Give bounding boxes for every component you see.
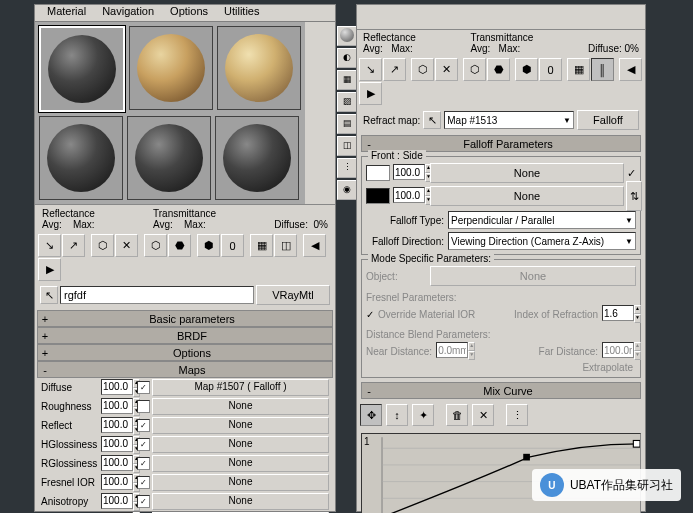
- aniso-map-slot[interactable]: None: [152, 493, 329, 510]
- override-ior-check[interactable]: ✓: [366, 309, 374, 320]
- menu-material[interactable]: Material: [39, 5, 94, 21]
- rollout-mix-curve[interactable]: -Mix Curve: [361, 382, 641, 399]
- r-endresult-button[interactable]: ║: [591, 58, 614, 81]
- reset-curve-icon[interactable]: ✕: [472, 404, 494, 426]
- make-copy-button[interactable]: ⬡: [144, 234, 167, 257]
- r-delete-button[interactable]: ✕: [435, 58, 458, 81]
- front-check[interactable]: ✓: [627, 167, 636, 180]
- tangent-icon[interactable]: ⋮: [506, 404, 528, 426]
- material-slot-6[interactable]: [215, 116, 299, 200]
- reflect-map-slot[interactable]: None: [152, 417, 329, 434]
- object-button: None: [430, 266, 636, 286]
- r-put-button[interactable]: ↗: [383, 58, 406, 81]
- side-amount[interactable]: [393, 187, 425, 203]
- falloff-type-dropdown[interactable]: Perpendicular / Parallel▼: [448, 211, 636, 229]
- material-id-channel-button[interactable]: 0: [221, 234, 244, 257]
- front-color-swatch[interactable]: [366, 165, 390, 181]
- roughness-amount[interactable]: [101, 398, 133, 414]
- preview-button[interactable]: ◫: [337, 136, 357, 156]
- reflect-amount[interactable]: [101, 417, 133, 433]
- hgloss-check[interactable]: ✓: [137, 438, 150, 451]
- diffuse-amount[interactable]: [101, 379, 133, 395]
- make-unique-button[interactable]: ⬣: [168, 234, 191, 257]
- menu-options[interactable]: Options: [162, 5, 216, 21]
- r-parent-button[interactable]: ◀: [619, 58, 642, 81]
- roughness-map-slot[interactable]: None: [152, 398, 329, 415]
- r-get-button[interactable]: ↘: [359, 58, 382, 81]
- aniso-amount[interactable]: [101, 493, 133, 509]
- far-distance: [602, 342, 634, 358]
- material-slot-4[interactable]: [39, 116, 123, 200]
- near-distance: [436, 342, 468, 358]
- rollout-options[interactable]: +Options: [37, 344, 333, 361]
- material-name-input[interactable]: [60, 286, 254, 304]
- front-amount[interactable]: [393, 164, 425, 180]
- delete-button[interactable]: ✕: [115, 234, 138, 257]
- fresnel-check[interactable]: ✓: [137, 476, 150, 489]
- roughness-check[interactable]: [137, 400, 150, 413]
- material-type-button[interactable]: VRayMtl: [256, 285, 330, 305]
- transmittance-label: Transmittance: [153, 208, 216, 219]
- put-to-scene-button[interactable]: ↗: [62, 234, 85, 257]
- rgloss-amount[interactable]: [101, 455, 133, 471]
- put-library-button[interactable]: ⬢: [197, 234, 220, 257]
- aniso-check[interactable]: ✓: [137, 495, 150, 508]
- sample-uv-button[interactable]: ▨: [337, 92, 357, 112]
- rgloss-check[interactable]: ✓: [137, 457, 150, 470]
- pick-button[interactable]: ↖: [40, 286, 58, 304]
- swap-icon[interactable]: ⇅: [626, 181, 642, 211]
- ior-value[interactable]: [602, 305, 634, 321]
- rollout-maps[interactable]: -Maps: [37, 361, 333, 378]
- menu-navigation[interactable]: Navigation: [94, 5, 162, 21]
- falloff-type-button[interactable]: Falloff: [577, 110, 639, 130]
- material-id-button[interactable]: ◉: [337, 180, 357, 200]
- fresnel-amount[interactable]: [101, 474, 133, 490]
- go-forward-button[interactable]: ▶: [38, 258, 61, 281]
- fresnel-map-slot[interactable]: None: [152, 474, 329, 491]
- sample-type-button[interactable]: [337, 26, 357, 46]
- background-button[interactable]: ▦: [337, 70, 357, 90]
- maps-content: Diffuse▲▼✓Map #1507 ( Falloff ) Roughnes…: [37, 378, 333, 513]
- options-button[interactable]: ⋮: [337, 158, 357, 178]
- r-copy-button[interactable]: ⬡: [463, 58, 486, 81]
- svg-rect-7: [523, 454, 530, 461]
- show-end-result-button[interactable]: ◫: [274, 234, 297, 257]
- side-color-swatch[interactable]: [366, 188, 390, 204]
- rgloss-map-slot[interactable]: None: [152, 455, 329, 472]
- assign-button[interactable]: ⬡: [91, 234, 114, 257]
- material-slot-5[interactable]: [127, 116, 211, 200]
- diffuse-map-slot[interactable]: Map #1507 ( Falloff ): [152, 379, 329, 396]
- video-check-button[interactable]: ▤: [337, 114, 357, 134]
- material-slot-2[interactable]: [129, 26, 213, 110]
- reflect-check[interactable]: ✓: [137, 419, 150, 432]
- rollout-basic[interactable]: +Basic parameters: [37, 310, 333, 327]
- show-map-button[interactable]: ▦: [250, 234, 273, 257]
- move-tool-icon[interactable]: ✥: [360, 404, 382, 426]
- falloff-dir-dropdown[interactable]: Viewing Direction (Camera Z-Axis)▼: [448, 232, 636, 250]
- r-showmap-button[interactable]: ▦: [567, 58, 590, 81]
- material-slot-3[interactable]: [217, 26, 301, 110]
- diffuse-check[interactable]: ✓: [137, 381, 150, 394]
- side-map-slot[interactable]: None: [430, 186, 624, 206]
- watermark-icon: U: [540, 473, 564, 497]
- go-parent-button[interactable]: ◀: [303, 234, 326, 257]
- r-assign-button[interactable]: ⬡: [411, 58, 434, 81]
- refract-map-dropdown[interactable]: Map #1513▼: [444, 111, 574, 129]
- add-point-icon[interactable]: ✦: [412, 404, 434, 426]
- r-library-button[interactable]: ⬢: [515, 58, 538, 81]
- menu-utilities[interactable]: Utilities: [216, 5, 267, 21]
- get-material-button[interactable]: ↘: [38, 234, 61, 257]
- backlight-button[interactable]: ◐: [337, 48, 357, 68]
- svg-rect-8: [633, 440, 640, 447]
- r-forward-button[interactable]: ▶: [359, 82, 382, 105]
- material-slot-1[interactable]: [39, 26, 125, 112]
- delete-point-icon[interactable]: 🗑: [446, 404, 468, 426]
- scale-tool-icon[interactable]: ↕: [386, 404, 408, 426]
- refract-pick-button[interactable]: ↖: [423, 111, 441, 129]
- hgloss-amount[interactable]: [101, 436, 133, 452]
- hgloss-map-slot[interactable]: None: [152, 436, 329, 453]
- r-channel-button[interactable]: 0: [539, 58, 562, 81]
- r-unique-button[interactable]: ⬣: [487, 58, 510, 81]
- rollout-brdf[interactable]: +BRDF: [37, 327, 333, 344]
- front-map-slot[interactable]: None: [430, 163, 624, 183]
